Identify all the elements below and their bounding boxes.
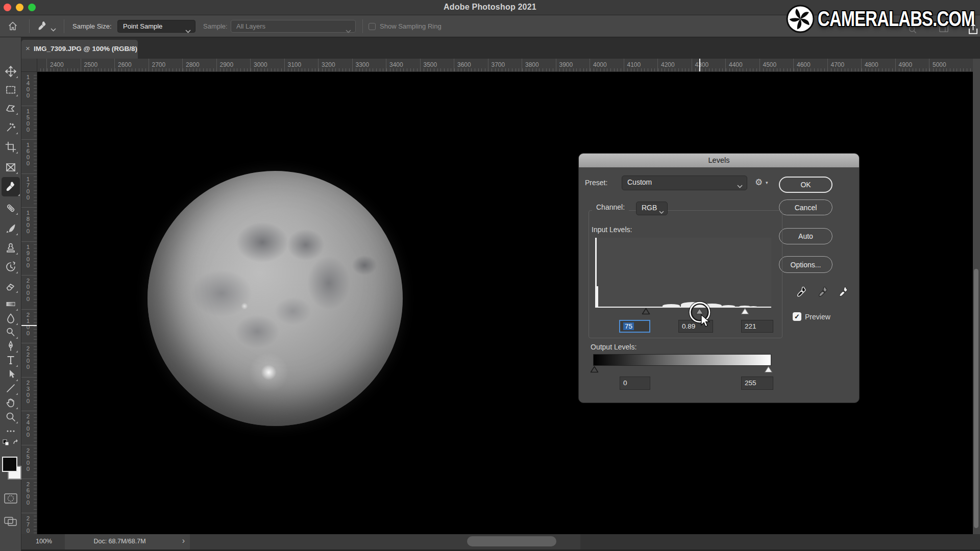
ruler-label: 2700 — [152, 61, 166, 68]
ruler-tick — [556, 59, 556, 72]
ruler-label: 4200 — [661, 61, 675, 68]
ruler-tick — [114, 59, 115, 72]
ruler-tick — [21, 241, 37, 242]
tool-gradient[interactable] — [4, 297, 18, 311]
histogram-bar — [722, 305, 735, 308]
options-button[interactable]: Options... — [779, 256, 832, 273]
preset-value: Custom — [627, 178, 652, 186]
vertical-scrollbar-thumb[interactable] — [974, 269, 978, 528]
ruler-tick — [827, 59, 828, 72]
sample-dropdown[interactable]: All Layers — [231, 20, 356, 33]
ruler-tick — [21, 377, 37, 378]
quick-mask-icon[interactable] — [4, 493, 17, 506]
status-bar-right — [580, 534, 980, 549]
tool-history-brush[interactable] — [4, 260, 18, 274]
gray-point-eyedropper-icon[interactable] — [817, 284, 830, 302]
default-colors-icon[interactable] — [3, 439, 11, 449]
ruler-tick — [352, 59, 353, 72]
tool-zoom[interactable] — [4, 410, 18, 424]
status-chevron-icon[interactable]: › — [182, 536, 185, 545]
close-tab-icon[interactable]: × — [26, 44, 30, 53]
preview-label: Preview — [805, 313, 830, 321]
tool-eraser[interactable] — [4, 279, 18, 293]
ruler-label: 4300 — [695, 61, 709, 68]
photoshop-window: Adobe Photoshop 2021 Sample Size: Point … — [0, 0, 980, 551]
input-gamma-field[interactable]: 0.89 — [678, 320, 713, 333]
ruler-label: 3200 — [322, 61, 335, 68]
output-levels-label: Output Levels: — [591, 343, 636, 351]
histogram-bar — [749, 306, 757, 308]
tool-hand[interactable] — [4, 395, 18, 410]
horizontal-ruler[interactable]: 2400250026002700280029003000310032003300… — [37, 59, 973, 72]
doc-size-box[interactable]: Doc: 68.7M/68.7M › — [65, 534, 190, 549]
cancel-button[interactable]: Cancel — [779, 199, 832, 215]
chevron-down-icon — [659, 207, 664, 215]
tool-magic-wand[interactable] — [4, 120, 18, 135]
ruler-tick — [284, 59, 285, 72]
sample-size-dropdown[interactable]: Point Sample — [117, 20, 195, 33]
ok-button[interactable]: OK — [779, 177, 832, 193]
screen-mode-icon[interactable] — [4, 516, 17, 529]
foreground-color-swatch[interactable] — [2, 457, 17, 472]
output-highlight-field[interactable]: 255 — [741, 377, 773, 390]
tool-rectangular-marquee[interactable] — [4, 83, 18, 97]
tool-brush[interactable] — [4, 221, 18, 236]
tool-move[interactable] — [4, 64, 18, 79]
output-shadow-slider[interactable] — [590, 366, 599, 373]
output-highlight-slider[interactable] — [764, 366, 773, 373]
ruler-label: 2400 — [24, 413, 32, 438]
tool-pen[interactable] — [4, 339, 18, 353]
ruler-tick — [420, 59, 421, 72]
ruler-tick — [21, 513, 37, 513]
input-highlight-field[interactable]: 221 — [741, 320, 773, 333]
tool-type[interactable] — [4, 353, 18, 367]
document-tab[interactable]: × IMG_7309.JPG @ 100% (RGB/8) — [21, 40, 138, 59]
chevron-down-icon[interactable] — [51, 24, 56, 34]
divider — [64, 19, 64, 33]
output-shadow-field[interactable]: 0 — [620, 377, 650, 390]
tool-dodge[interactable] — [4, 325, 18, 339]
ruler-tick — [488, 59, 488, 72]
input-highlight-slider[interactable] — [741, 308, 749, 315]
ruler-label: 1700 — [24, 176, 32, 201]
share-icon[interactable] — [966, 22, 980, 38]
channel-dropdown[interactable]: RGB — [636, 202, 668, 215]
tool-healing-brush[interactable] — [4, 201, 18, 215]
tool-crop[interactable] — [4, 140, 18, 154]
white-point-eyedropper-icon[interactable] — [837, 284, 850, 302]
swap-colors-icon[interactable] — [12, 438, 20, 448]
tool-frame[interactable] — [4, 160, 18, 174]
ruler-tick — [21, 139, 37, 140]
tool-line[interactable] — [4, 381, 18, 395]
input-shadow-field[interactable]: 75 — [619, 320, 650, 333]
doc-size-text: Doc: 68.7M/68.7M — [65, 538, 175, 545]
tab-bar: » × IMG_7309.JPG @ 100% (RGB/8) — [0, 37, 980, 59]
preview-checkbox[interactable]: ✓ — [793, 312, 801, 321]
show-sampling-ring-checkbox[interactable] — [369, 23, 376, 30]
preset-dropdown[interactable]: Custom — [622, 176, 747, 190]
auto-button[interactable]: Auto — [779, 228, 832, 244]
horizontal-scrollbar-thumb[interactable] — [467, 536, 556, 546]
tool-lasso[interactable] — [4, 101, 18, 115]
cursor-position-marker — [699, 59, 700, 72]
tool-clone-stamp[interactable] — [4, 241, 18, 255]
black-point-eyedropper-icon[interactable] — [795, 284, 808, 302]
preset-options-gear-icon[interactable]: ⚙ — [755, 177, 763, 188]
tool-eyedropper[interactable] — [2, 177, 20, 196]
vertical-ruler[interactable]: 1400150016001700180019002000210022002300… — [21, 72, 37, 534]
dialog-title: Levels — [579, 156, 859, 164]
histogram-bar — [681, 302, 703, 308]
ruler-tick — [21, 411, 37, 411]
input-gamma-slider[interactable] — [695, 308, 704, 315]
tool-more-options[interactable] — [4, 424, 18, 438]
dialog-title-bar[interactable]: Levels — [579, 154, 859, 167]
zoom-level[interactable]: 100% — [36, 538, 52, 545]
input-shadow-slider[interactable] — [642, 308, 650, 315]
tool-path-selection[interactable] — [4, 367, 18, 382]
ruler-label: 1400 — [24, 74, 32, 98]
ruler-label: 2900 — [220, 61, 234, 68]
tool-blur[interactable] — [4, 311, 18, 325]
home-icon[interactable] — [7, 20, 18, 34]
ruler-label: 2100 — [24, 312, 32, 336]
eyedropper-tool-icon[interactable] — [37, 20, 48, 34]
